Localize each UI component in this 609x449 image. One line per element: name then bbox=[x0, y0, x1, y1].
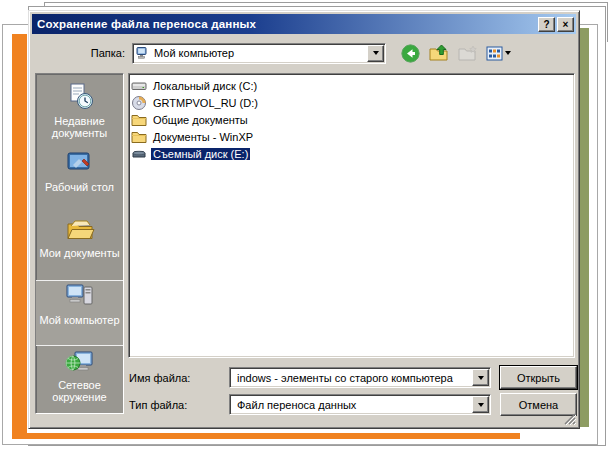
views-dropdown-arrow bbox=[505, 51, 511, 55]
filetype-label: Тип файла: bbox=[129, 399, 224, 411]
place-recent-documents[interactable]: Недавние документы bbox=[36, 82, 123, 148]
file-list-item[interactable]: Общие документы bbox=[131, 111, 572, 128]
places-bar: Недавние документы Рабочий стол Мои доку… bbox=[35, 73, 124, 414]
folder-label: Папка: bbox=[32, 47, 132, 59]
my-documents-icon bbox=[65, 214, 95, 244]
place-label: Мои документы bbox=[39, 247, 119, 259]
folder-combobox-value: Мой компьютер bbox=[150, 47, 367, 59]
filename-combobox[interactable]: indows - элементы со старого компьютера bbox=[229, 367, 491, 388]
network-places-icon bbox=[65, 346, 95, 376]
filename-label: Имя файла: bbox=[129, 372, 224, 384]
navigation-toolbar bbox=[399, 42, 511, 64]
place-label: Мой компьютер bbox=[39, 314, 119, 326]
folder-icon bbox=[131, 112, 147, 128]
new-folder-icon[interactable] bbox=[457, 42, 479, 64]
my-computer-icon bbox=[65, 281, 95, 311]
wizard-orange-border-bottom bbox=[12, 433, 520, 439]
dialog-title: Сохранение файла переноса данных bbox=[37, 18, 536, 30]
file-item-label: Документы - WinXP bbox=[151, 131, 255, 143]
folder-row: Папка: Мой компьютер bbox=[32, 42, 571, 64]
file-item-label: Съемный диск (E:) bbox=[151, 148, 250, 160]
file-item-label: Общие документы bbox=[151, 114, 250, 126]
file-list-item[interactable]: Документы - WinXP bbox=[131, 128, 572, 145]
hard-disk-icon bbox=[131, 78, 147, 94]
back-icon[interactable] bbox=[399, 42, 421, 64]
place-label: Рабочий стол bbox=[45, 181, 114, 193]
file-item-label: GRTMPVOL_RU (D:) bbox=[151, 97, 260, 109]
help-button[interactable]: ? bbox=[538, 17, 555, 32]
resize-grip[interactable] bbox=[563, 412, 576, 425]
my-computer-small-icon bbox=[136, 46, 150, 60]
folder-icon bbox=[131, 129, 147, 145]
place-label: Сетевое окружение bbox=[36, 379, 123, 403]
place-network[interactable]: Сетевое окружение bbox=[36, 346, 123, 412]
up-one-level-icon[interactable] bbox=[428, 42, 450, 64]
recent-documents-icon bbox=[65, 82, 95, 112]
close-button[interactable]: × bbox=[557, 17, 574, 32]
place-my-documents[interactable]: Мои документы bbox=[36, 214, 123, 280]
file-list[interactable]: Локальный диск (C:) GRTMPVOL_RU (D:) Общ… bbox=[128, 73, 575, 358]
place-my-computer[interactable]: Мой компьютер bbox=[36, 280, 123, 346]
dialog-titlebar[interactable]: Сохранение файла переноса данных ? × bbox=[32, 14, 576, 34]
file-list-item[interactable]: GRTMPVOL_RU (D:) bbox=[131, 94, 572, 111]
place-label: Недавние документы bbox=[36, 115, 123, 139]
filetype-dropdown-arrow[interactable] bbox=[472, 396, 489, 413]
filetype-combobox[interactable]: Файл переноса данных bbox=[229, 394, 491, 415]
place-desktop[interactable]: Рабочий стол bbox=[36, 148, 123, 214]
removable-disk-icon bbox=[131, 146, 147, 162]
views-icon bbox=[486, 46, 503, 61]
desktop-icon bbox=[65, 148, 95, 178]
file-list-item[interactable]: Локальный диск (C:) bbox=[131, 77, 572, 94]
folder-dropdown-arrow[interactable] bbox=[367, 45, 384, 62]
file-item-label: Локальный диск (C:) bbox=[151, 80, 259, 92]
filename-value: indows - элементы со старого компьютера bbox=[233, 372, 472, 384]
wizard-orange-border-left bbox=[12, 34, 27, 438]
cd-drive-icon bbox=[131, 95, 147, 111]
views-menu-button[interactable] bbox=[486, 46, 511, 61]
save-transfer-file-dialog: Сохранение файла переноса данных ? × Пап… bbox=[28, 10, 580, 429]
file-list-item-selected[interactable]: Съемный диск (E:) bbox=[131, 145, 572, 162]
filename-dropdown-arrow[interactable] bbox=[472, 369, 489, 386]
filetype-value: Файл переноса данных bbox=[233, 399, 472, 411]
folder-combobox[interactable]: Мой компьютер bbox=[132, 43, 386, 64]
open-button[interactable]: Открыть bbox=[500, 366, 577, 389]
